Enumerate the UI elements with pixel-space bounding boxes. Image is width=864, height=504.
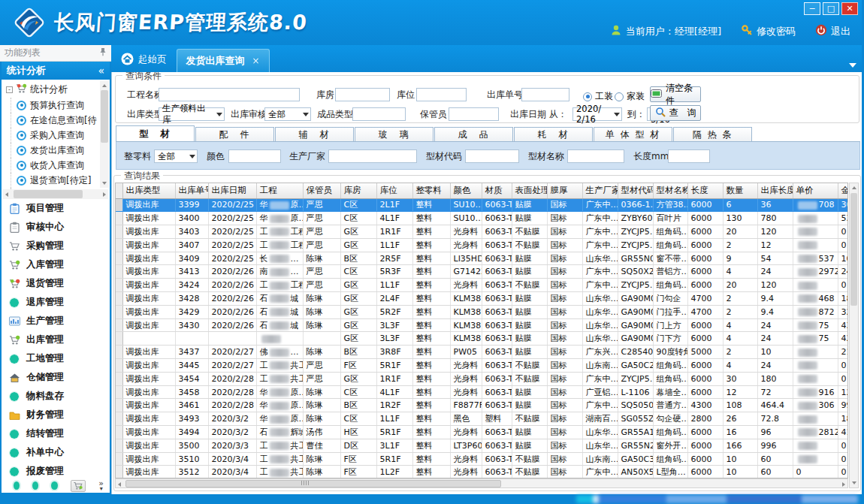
table-row[interactable]: 调拨出库34542020/2/28工共工程严思G区1R1F整料光身料6063-T… bbox=[116, 372, 848, 385]
material-tab-8[interactable]: 隔 热 条 bbox=[673, 127, 752, 141]
more-modules-button[interactable]: »▾ bbox=[98, 481, 104, 491]
column-header[interactable]: 金 bbox=[838, 183, 848, 198]
out-type-dropdown[interactable]: 生产领料出库 bbox=[159, 107, 225, 121]
column-header[interactable]: 数量 bbox=[723, 183, 757, 198]
sidebar-item-出库管理[interactable]: 出库管理 bbox=[2, 330, 110, 349]
stats-panel-header[interactable]: 统计分析 « bbox=[2, 62, 110, 80]
material-tab-1[interactable]: 型 材 bbox=[116, 125, 195, 141]
sidebar-item-补单中心[interactable]: 补单中心 bbox=[2, 443, 110, 462]
audit-dropdown[interactable]: 全部 bbox=[264, 107, 311, 121]
column-header[interactable]: 长度 bbox=[687, 183, 723, 198]
cart-module-button[interactable] bbox=[71, 480, 86, 492]
tree-root-node[interactable]: - 统计分析 bbox=[6, 82, 99, 98]
sidebar-item-仓储管理[interactable]: 仓储管理 bbox=[2, 368, 110, 387]
material-tab-5[interactable]: 成 品 bbox=[434, 127, 513, 141]
sidebar-item-结转管理[interactable]: 结转管理 bbox=[2, 424, 110, 443]
material-tab-6[interactable]: 耗 材 bbox=[514, 127, 593, 141]
pin-icon[interactable] bbox=[99, 47, 107, 59]
column-header[interactable]: 型材代码 bbox=[618, 183, 653, 198]
sidebar-item-工地管理[interactable]: 工地管理 bbox=[2, 349, 110, 368]
table-row[interactable]: 调拨出库34942020/3/2石辉城汤伟H区5R1F整料光身料6063-T5贴… bbox=[116, 426, 848, 439]
sidebar-item-报废管理[interactable]: 报废管理 bbox=[2, 462, 110, 480]
factory-input[interactable] bbox=[328, 149, 417, 163]
profile-name-input[interactable] bbox=[567, 149, 624, 163]
sidebar-item-生产管理[interactable]: 生产管理 bbox=[2, 312, 110, 330]
table-row[interactable]: 调拨出库34302020/2/26石城陈琳G区3L3F整料KLM38176063… bbox=[116, 318, 848, 332]
table-row[interactable]: 调拨出库34372020/2/27佛…陈琳B区3R8F整料PW056063-T5… bbox=[116, 346, 848, 359]
column-header[interactable]: 库位 bbox=[376, 183, 412, 198]
sidebar-item-财务管理[interactable]: 财务管理 bbox=[2, 406, 110, 424]
module-dot-icon[interactable] bbox=[32, 481, 38, 490]
tab-overflow-icon[interactable] bbox=[849, 63, 856, 68]
column-header[interactable]: 出库长度 bbox=[757, 183, 793, 198]
sidebar-item-退货管理[interactable]: 退货管理 bbox=[2, 274, 110, 293]
table-row[interactable]: 调拨出库34032020/2/25工工程严思G区1R1F整料光身料6063-T5… bbox=[116, 225, 848, 239]
tree-expander-icon[interactable]: - bbox=[6, 86, 13, 93]
tree-item[interactable]: 收货入库查询 bbox=[6, 158, 99, 173]
tree-vertical-scrollbar[interactable] bbox=[100, 81, 109, 188]
tab-home[interactable]: 起始页 bbox=[115, 50, 177, 72]
warehouse-input[interactable] bbox=[335, 88, 390, 101]
radio-industrial-icon[interactable] bbox=[583, 92, 592, 101]
table-row[interactable]: 调拨出库35102020/3/4工共工程陈琳F区5R1F整料光身料6063-T5… bbox=[116, 452, 848, 466]
sidebar-item-审核中心[interactable]: 审核中心 bbox=[2, 218, 110, 237]
column-header[interactable]: 膜厚 bbox=[547, 183, 582, 198]
column-header[interactable]: 型材名称 bbox=[653, 183, 687, 198]
column-header[interactable]: 颜色 bbox=[450, 183, 482, 198]
column-header[interactable]: 出库单号 bbox=[175, 183, 208, 198]
table-row[interactable]: 调拨出库35002020/3/3工共工程曹佳D区3L1F整料LT3P606063… bbox=[116, 439, 848, 452]
column-header[interactable]: 整零料 bbox=[412, 183, 450, 198]
tree-item[interactable]: 退货查询[待定] bbox=[6, 173, 99, 188]
close-button[interactable]: ✕ bbox=[841, 2, 858, 15]
column-header[interactable]: 库房 bbox=[340, 183, 376, 198]
location-input[interactable] bbox=[416, 88, 467, 101]
sidebar-item-退库管理[interactable]: 退库管理 bbox=[2, 293, 110, 312]
tab-shipment-outbound-query[interactable]: 发货出库查询 × bbox=[177, 49, 270, 72]
tree-item[interactable]: 发货出库查询 bbox=[6, 143, 99, 158]
table-row[interactable]: 调拨出库34132020/2/26南…严思C区5R3F整料G714226063-… bbox=[116, 265, 848, 279]
sidebar-item-入库管理[interactable]: 入库管理 bbox=[2, 255, 110, 274]
tree-item[interactable]: 在途信息查询[待 bbox=[6, 113, 99, 128]
keeper-input[interactable] bbox=[449, 107, 499, 121]
table-row[interactable]: 调拨出库34072020/2/25工工程严思G区1L1F整料光身料6063-T5… bbox=[116, 238, 848, 252]
minimize-button[interactable]: ─ bbox=[804, 2, 820, 15]
table-row[interactable]: 调拨出库34002020/2/25华原…严思C区4L1F整料SU10…6063-… bbox=[116, 212, 848, 225]
sidebar-item-采购管理[interactable]: 采购管理 bbox=[2, 237, 110, 255]
column-header[interactable]: 表面处理 bbox=[512, 183, 547, 198]
clear-conditions-button[interactable]: 清空条件 bbox=[650, 86, 701, 102]
table-row[interactable]: 调拨出库34092020/2/25长…陈琳B区2R5F整料LI35HD6063-… bbox=[116, 252, 848, 265]
sidebar-item-物料盘存[interactable]: 物料盘存 bbox=[2, 387, 110, 406]
color-input[interactable] bbox=[228, 149, 281, 163]
change-password-button[interactable]: 修改密码 bbox=[741, 24, 796, 38]
radio-home-icon[interactable] bbox=[615, 92, 624, 101]
table-row[interactable]: 调拨出库34452020/2/27工共工程严思F区5R1F整料光身料6063-T… bbox=[116, 359, 848, 373]
table-row[interactable]: 调拨出库34292020/2/26石城陈琳G区5R2F整料KLM38176063… bbox=[116, 305, 848, 318]
column-header[interactable]: 保管员 bbox=[303, 183, 340, 198]
column-header[interactable]: 出库类型 bbox=[122, 183, 175, 198]
logout-button[interactable]: 退出 bbox=[815, 24, 850, 38]
search-button[interactable]: 查 询 bbox=[650, 105, 701, 121]
table-row[interactable]: 调拨出库35122020/3/4工共工程陈琳F区1L2F整料光身料6063-T5… bbox=[116, 466, 848, 478]
table-row[interactable]: 调拨出库34242020/2/26工工程严思G区1L1F整料光身料6063-T5… bbox=[116, 279, 848, 292]
column-header[interactable]: 生产厂家 bbox=[582, 183, 618, 198]
order-no-input[interactable] bbox=[521, 88, 569, 101]
collapse-panel-icon[interactable]: « bbox=[98, 65, 104, 77]
table-vertical-scrollbar[interactable] bbox=[849, 183, 859, 488]
table-row[interactable]: 调拨出库34582020/2/28华原…陈琳C区4L1F整料光身料6063-T5… bbox=[116, 385, 848, 399]
table-row[interactable]: 调拨出库33992020/2/25华原…严思C区2L1F整料SU10…6063-… bbox=[116, 198, 848, 212]
date-from-picker[interactable]: 2020/ 2/16 bbox=[572, 107, 622, 121]
table-row[interactable]: G区3L3F整料KLM38176063-T5贴膜国标山东华…GA90M09…门下… bbox=[116, 332, 848, 346]
tree-horizontal-scrollbar[interactable] bbox=[3, 189, 108, 199]
profile-code-input[interactable] bbox=[465, 149, 519, 163]
column-header[interactable]: 材质 bbox=[482, 183, 512, 198]
tree-item[interactable]: 预算执行查询 bbox=[6, 98, 99, 113]
maximize-button[interactable]: □ bbox=[823, 2, 839, 15]
material-tab-7[interactable]: 单 体 型 材 bbox=[594, 127, 672, 141]
column-header[interactable]: 工程 bbox=[256, 183, 303, 198]
radio-industrial[interactable]: 工装 bbox=[583, 90, 613, 103]
product-type-input[interactable] bbox=[352, 107, 406, 121]
material-tab-2[interactable]: 配 件 bbox=[195, 127, 274, 141]
radio-home[interactable]: 家装 bbox=[615, 90, 645, 103]
module-dot-icon[interactable] bbox=[51, 481, 57, 490]
length-input[interactable] bbox=[668, 149, 710, 163]
